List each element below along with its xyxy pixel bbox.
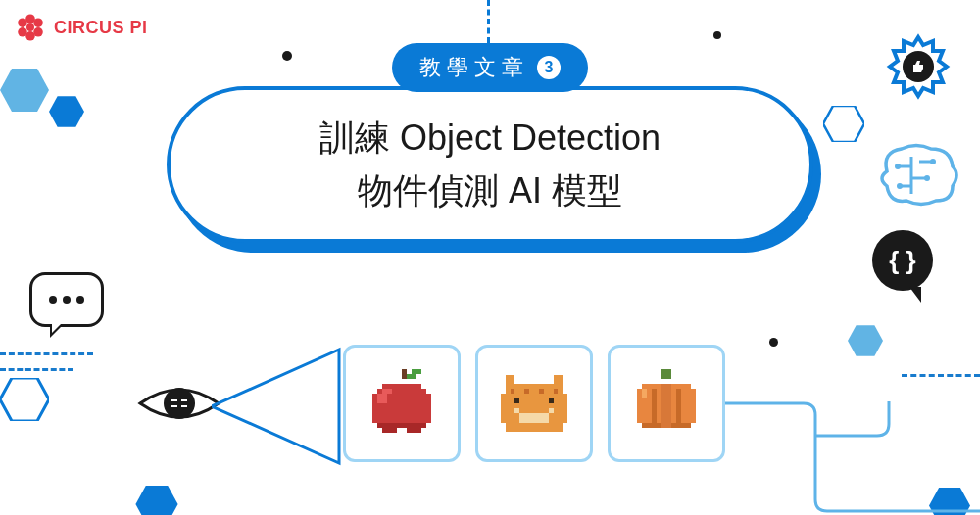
- svg-rect-32: [554, 375, 564, 385]
- dot-icon: [76, 296, 84, 304]
- dot-icon: [49, 296, 57, 304]
- svg-point-3: [18, 18, 27, 27]
- dashed-line: [902, 374, 980, 377]
- svg-rect-52: [642, 389, 647, 398]
- pixel-card-cat: [475, 345, 593, 462]
- gear-thumbsup-icon: [874, 27, 962, 119]
- dot-decoration: [713, 31, 721, 39]
- svg-marker-10: [135, 486, 177, 515]
- logo: CIRCUS Pi: [15, 12, 148, 43]
- svg-point-58: [924, 175, 930, 181]
- badge-number: 3: [537, 56, 561, 79]
- tutorial-badge: 教學文章 3: [392, 43, 588, 92]
- svg-rect-23: [382, 384, 421, 389]
- svg-point-4: [33, 18, 43, 27]
- svg-rect-37: [549, 398, 554, 403]
- brain-circuit-icon: [862, 137, 970, 224]
- hexagon-decoration: [848, 325, 883, 356]
- svg-rect-49: [652, 389, 657, 423]
- title-line-1: 訓練 Object Detection: [319, 112, 661, 164]
- svg-rect-21: [407, 374, 416, 379]
- svg-point-62: [930, 159, 936, 164]
- chat-bubble-icon: [29, 272, 104, 327]
- svg-rect-36: [514, 398, 519, 403]
- badge-label: 教學文章: [419, 53, 529, 82]
- svg-point-60: [897, 183, 903, 189]
- logo-text: CIRCUS Pi: [54, 18, 148, 38]
- dashed-line: [0, 352, 93, 355]
- svg-rect-20: [402, 369, 407, 379]
- svg-point-0: [26, 23, 34, 31]
- dot-icon: [63, 296, 71, 304]
- logo-flower-icon: [15, 12, 46, 43]
- svg-point-56: [895, 164, 901, 169]
- apple-pixel-icon: [363, 364, 441, 443]
- svg-rect-31: [506, 375, 515, 385]
- svg-rect-28: [407, 428, 421, 433]
- svg-marker-9: [0, 378, 49, 421]
- svg-rect-45: [662, 369, 671, 379]
- svg-marker-8: [49, 96, 84, 127]
- hexagon-decoration: [0, 69, 49, 112]
- pixel-card-pumpkin: [608, 345, 725, 462]
- svg-marker-7: [0, 69, 49, 112]
- svg-rect-30: [382, 389, 392, 394]
- hexagon-decoration: [135, 486, 178, 515]
- svg-rect-26: [377, 423, 426, 428]
- code-icon: { }: [872, 230, 933, 291]
- svg-rect-51: [662, 384, 671, 428]
- svg-marker-12: [848, 325, 883, 356]
- cat-pixel-icon: [491, 364, 577, 443]
- svg-rect-42: [524, 389, 529, 394]
- dot-decoration: [769, 338, 778, 347]
- hexagon-decoration: [49, 96, 84, 127]
- svg-rect-38: [519, 413, 548, 423]
- svg-rect-35: [506, 423, 564, 433]
- svg-rect-44: [554, 389, 559, 394]
- code-braces-symbol: { }: [889, 246, 915, 276]
- pumpkin-pixel-icon: [625, 364, 708, 443]
- svg-rect-43: [539, 389, 544, 394]
- svg-rect-50: [676, 389, 681, 423]
- svg-rect-22: [412, 369, 421, 374]
- main-title-card: 訓練 Object Detection 物件偵測 AI 模型: [167, 86, 813, 243]
- vision-cone-icon: [212, 345, 349, 472]
- svg-rect-40: [549, 408, 554, 413]
- svg-rect-18: [181, 405, 187, 407]
- svg-marker-19: [212, 350, 339, 463]
- svg-marker-11: [823, 106, 864, 142]
- pixel-card-apple: [343, 345, 461, 462]
- svg-point-6: [33, 27, 43, 37]
- hexagon-decoration: [823, 106, 864, 142]
- svg-rect-39: [514, 408, 519, 413]
- svg-rect-41: [511, 389, 515, 394]
- dot-decoration: [282, 51, 292, 61]
- title-line-2: 物件偵測 AI 模型: [358, 164, 622, 217]
- dashed-line: [0, 368, 74, 371]
- svg-point-14: [164, 388, 195, 419]
- svg-rect-29: [377, 394, 387, 403]
- dashed-connector-top: [487, 0, 490, 43]
- connector-line: [725, 401, 980, 515]
- svg-point-5: [18, 27, 27, 37]
- svg-rect-16: [181, 399, 187, 401]
- svg-rect-17: [172, 405, 177, 407]
- hexagon-decoration: [0, 378, 49, 421]
- svg-rect-15: [172, 399, 177, 401]
- svg-rect-27: [382, 428, 397, 433]
